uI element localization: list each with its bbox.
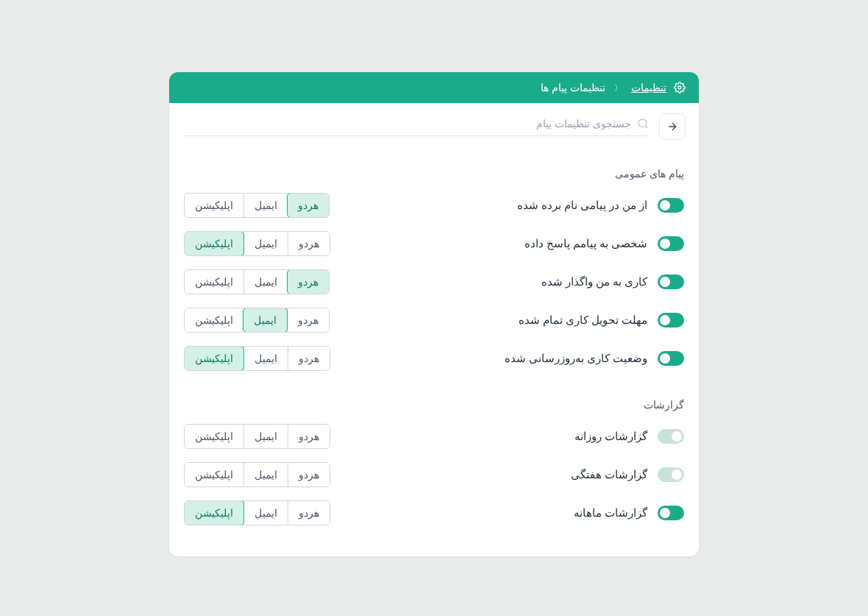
arrow-left-icon bbox=[666, 121, 678, 132]
segment-group: هردوایمیلاپلیکیشن bbox=[184, 462, 330, 487]
setting-row: کاری به من واگذار شدههردوایمیلاپلیکیشن bbox=[184, 269, 684, 294]
segment-email[interactable]: ایمیل bbox=[243, 425, 288, 448]
search-input[interactable] bbox=[182, 118, 631, 130]
segment-both[interactable]: هردو bbox=[288, 425, 330, 448]
segment-group: هردوایمیلاپلیکیشن bbox=[184, 424, 330, 449]
segment-group: هردوایمیلاپلیکیشن bbox=[184, 500, 330, 525]
setting-row: مهلت تحویل کاری تمام شدههردوایمیلاپلیکیش… bbox=[184, 308, 684, 333]
setting-label: کاری به من واگذار شده bbox=[541, 276, 647, 288]
segment-email[interactable]: ایمیل bbox=[243, 347, 288, 370]
setting-label: مهلت تحویل کاری تمام شده bbox=[519, 314, 647, 326]
segment-group: هردوایمیلاپلیکیشن bbox=[184, 308, 330, 333]
toggle-switch[interactable] bbox=[658, 351, 684, 366]
setting-left: گزارشات ماهانه bbox=[574, 506, 684, 520]
segment-email[interactable]: ایمیل bbox=[243, 194, 288, 217]
segment-group: هردوایمیلاپلیکیشن bbox=[184, 346, 330, 371]
toggle-switch[interactable] bbox=[658, 467, 684, 482]
toggle-switch[interactable] bbox=[658, 236, 684, 251]
segment-both[interactable]: هردو bbox=[288, 463, 330, 486]
segment-app[interactable]: اپلیکیشن bbox=[184, 346, 244, 371]
svg-point-0 bbox=[678, 86, 681, 89]
section-title: گزارشات bbox=[184, 399, 684, 411]
toggle-switch[interactable] bbox=[658, 506, 684, 520]
segment-email[interactable]: ایمیل bbox=[243, 232, 288, 255]
setting-left: از من در پیامی نام برده شده bbox=[517, 198, 684, 213]
setting-row: شخصی به پیامم پاسخ دادههردوایمیلاپلیکیشن bbox=[184, 231, 684, 256]
toggle-switch[interactable] bbox=[658, 198, 684, 213]
setting-left: شخصی به پیامم پاسخ داده bbox=[524, 236, 684, 251]
segment-both[interactable]: هردو bbox=[288, 232, 330, 255]
svg-point-2 bbox=[638, 119, 647, 127]
toggle-knob bbox=[660, 508, 670, 518]
setting-row: از من در پیامی نام برده شدههردوایمیلاپلی… bbox=[184, 193, 684, 218]
segment-email[interactable]: ایمیل bbox=[243, 308, 288, 333]
setting-label: گزارشات روزانه bbox=[574, 431, 647, 442]
back-button[interactable] bbox=[659, 113, 686, 140]
toggle-knob bbox=[660, 200, 670, 210]
svg-line-3 bbox=[645, 126, 647, 128]
setting-row: گزارشات روزانههردوایمیلاپلیکیشن bbox=[184, 424, 684, 449]
toggle-knob bbox=[660, 353, 670, 364]
segment-app[interactable]: اپلیکیشن bbox=[185, 270, 243, 294]
setting-row: گزارشات ماهانههردوایمیلاپلیکیشن bbox=[184, 500, 684, 525]
breadcrumb-root-link[interactable]: تنظیمات bbox=[631, 82, 666, 93]
setting-left: کاری به من واگذار شده bbox=[541, 275, 684, 289]
segment-app[interactable]: اپلیکیشن bbox=[185, 308, 243, 332]
toggle-knob bbox=[660, 315, 670, 325]
chevron-left-icon: 〈 bbox=[614, 82, 622, 93]
segment-email[interactable]: ایمیل bbox=[243, 270, 288, 294]
toggle-switch[interactable] bbox=[658, 313, 684, 328]
segment-app[interactable]: اپلیکیشن bbox=[184, 231, 244, 256]
settings-card: تنظیمات 〈 تنظیمات پیام ها پیام های عمومی… bbox=[169, 72, 699, 556]
segment-group: هردوایمیلاپلیکیشن bbox=[184, 231, 330, 256]
setting-label: گزارشات هفتگی bbox=[571, 469, 647, 481]
breadcrumb-current: تنظیمات پیام ها bbox=[541, 82, 605, 93]
segment-group: هردوایمیلاپلیکیشن bbox=[184, 269, 330, 294]
segment-both[interactable]: هردو bbox=[287, 308, 329, 332]
header-bar: تنظیمات 〈 تنظیمات پیام ها bbox=[169, 72, 699, 103]
toggle-knob bbox=[672, 470, 682, 480]
setting-label: گزارشات ماهانه bbox=[574, 507, 647, 519]
search-row bbox=[169, 103, 699, 147]
segment-both[interactable]: هردو bbox=[288, 347, 330, 370]
segment-both[interactable]: هردو bbox=[287, 193, 330, 218]
segment-app[interactable]: اپلیکیشن bbox=[185, 463, 243, 486]
setting-row: وضعیت کاری به‌روزرسانی شدههردوایمیلاپلیک… bbox=[184, 346, 684, 371]
content-area: پیام های عمومیاز من در پیامی نام برده شد… bbox=[169, 147, 699, 556]
toggle-knob bbox=[660, 277, 670, 287]
setting-left: وضعیت کاری به‌روزرسانی شده bbox=[505, 351, 684, 366]
toggle-knob bbox=[672, 431, 682, 442]
toggle-switch[interactable] bbox=[658, 275, 684, 289]
segment-app[interactable]: اپلیکیشن bbox=[184, 500, 244, 525]
segment-group: هردوایمیلاپلیکیشن bbox=[184, 193, 330, 218]
setting-label: شخصی به پیامم پاسخ داده bbox=[524, 238, 647, 249]
gear-icon bbox=[674, 82, 686, 93]
search-icon bbox=[637, 118, 649, 130]
search-container bbox=[182, 118, 649, 136]
setting-label: وضعیت کاری به‌روزرسانی شده bbox=[505, 353, 647, 364]
setting-left: گزارشات روزانه bbox=[574, 429, 684, 444]
segment-both[interactable]: هردو bbox=[287, 269, 330, 294]
segment-app[interactable]: اپلیکیشن bbox=[185, 425, 243, 448]
segment-email[interactable]: ایمیل bbox=[243, 463, 288, 486]
toggle-switch[interactable] bbox=[658, 429, 684, 444]
segment-both[interactable]: هردو bbox=[288, 501, 330, 525]
toggle-knob bbox=[660, 238, 670, 249]
setting-row: گزارشات هفتگیهردوایمیلاپلیکیشن bbox=[184, 462, 684, 487]
section-title: پیام های عمومی bbox=[184, 168, 684, 180]
setting-left: مهلت تحویل کاری تمام شده bbox=[519, 313, 684, 328]
setting-label: از من در پیامی نام برده شده bbox=[517, 199, 647, 211]
segment-email[interactable]: ایمیل bbox=[243, 501, 288, 525]
segment-app[interactable]: اپلیکیشن bbox=[185, 194, 243, 217]
setting-left: گزارشات هفتگی bbox=[571, 467, 684, 482]
